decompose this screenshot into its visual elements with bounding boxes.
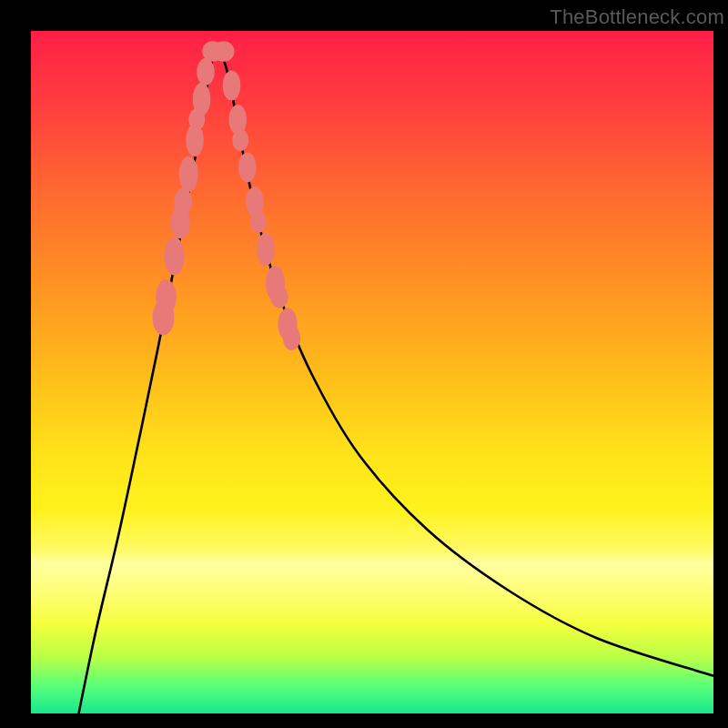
watermark-label: TheBottleneck.com <box>0 5 724 29</box>
bead-marker <box>250 211 267 233</box>
bead-marker <box>156 279 177 315</box>
bead-marker <box>238 153 257 183</box>
plot-area <box>31 31 713 713</box>
bead-marker <box>283 326 301 350</box>
bead-marker <box>257 233 275 266</box>
bead-marker <box>193 83 211 116</box>
bead-marker <box>223 71 241 101</box>
bead-marker <box>179 157 198 192</box>
bead-marker <box>213 41 235 62</box>
bottleneck-curve <box>31 31 713 713</box>
chart-frame: TheBottleneck.com <box>0 0 728 728</box>
curve-line <box>79 52 714 714</box>
bead-marker <box>197 58 215 86</box>
bead-marker <box>270 287 288 308</box>
bead-marker <box>232 129 248 151</box>
bead-markers <box>153 41 301 350</box>
bead-marker <box>164 238 185 276</box>
bead-marker <box>175 188 193 216</box>
